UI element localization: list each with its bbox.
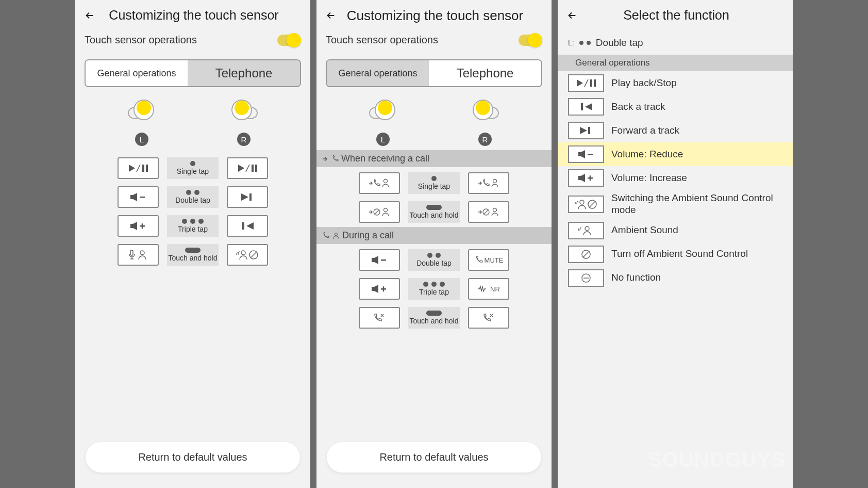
subheader: Touch sensor operations	[75, 31, 310, 50]
decline-call-icon	[477, 206, 500, 218]
func-no-function[interactable]: No function	[558, 266, 793, 290]
assign-l-double[interactable]	[118, 186, 159, 208]
list-section-header: General operations	[558, 55, 793, 71]
func-label: Back a track	[611, 101, 665, 113]
person-icon	[332, 232, 340, 240]
tab-telephone[interactable]: Telephone	[429, 60, 541, 86]
tab-general[interactable]: General operations	[86, 60, 188, 86]
assign-r-recv-single[interactable]	[468, 172, 509, 194]
back-button[interactable]	[322, 6, 340, 25]
svg-rect-38	[383, 286, 385, 291]
assign-l-hold[interactable]	[118, 244, 159, 266]
earbud-left-icon	[126, 97, 158, 126]
back-button[interactable]	[563, 6, 581, 25]
touch-sensor-label: Touch sensor operations	[85, 34, 197, 46]
earbud-left: L	[367, 97, 399, 146]
arrow-left-icon	[84, 10, 95, 21]
screen-select-function: Select the function L: Double tap Genera…	[558, 0, 793, 488]
volume-up-icon	[371, 284, 388, 294]
page-title: Customizing the touch sensor	[99, 7, 304, 23]
assign-r-recv-hold[interactable]	[468, 201, 509, 223]
func-ambient-sound[interactable]: Ambient Sound	[558, 219, 793, 242]
assign-r-dur-triple[interactable]: NR	[468, 278, 509, 300]
assign-r-dur-hold[interactable]	[468, 307, 509, 329]
return-defaults-button[interactable]: Return to default values	[327, 442, 541, 473]
volume-down-icon	[577, 150, 595, 159]
touch-sensor-toggle[interactable]	[277, 35, 300, 46]
double-tap-dots-icon	[579, 41, 591, 45]
gesture-label: Double tap	[175, 196, 210, 204]
earbud-right-icon	[469, 97, 501, 126]
assign-l-dur-double[interactable]	[359, 249, 400, 271]
svg-rect-34	[372, 258, 374, 262]
volume-down-icon	[129, 192, 147, 202]
gesture-touch-hold: Touch and hold	[408, 307, 460, 329]
svg-point-18	[140, 251, 144, 255]
next-track-icon	[579, 126, 593, 135]
svg-rect-6	[142, 165, 144, 172]
decline-call-icon	[368, 206, 391, 218]
tab-general[interactable]: General operations	[327, 60, 429, 86]
ambient-sound-icon	[577, 225, 595, 236]
func-ambient-off[interactable]: Turn off Ambient Sound Control	[558, 242, 793, 266]
touch-sensor-toggle[interactable]	[519, 35, 541, 46]
assign-l-single[interactable]	[118, 157, 159, 179]
func-label: Switching the Ambient Sound Control mode	[611, 192, 782, 216]
svg-point-5	[235, 101, 249, 115]
play-pause-icon	[576, 78, 596, 88]
svg-rect-43	[578, 152, 581, 156]
earbud-left: L	[126, 97, 158, 146]
back-button[interactable]	[80, 6, 99, 25]
touch-sensor-label: Touch sensor operations	[326, 34, 438, 46]
mute-text: MUTE	[485, 256, 504, 264]
func-volume-increase[interactable]: Volume: Increase	[558, 166, 793, 190]
gesture-touch-hold: Touch and hold	[408, 201, 460, 223]
assign-r-single[interactable]	[227, 157, 268, 179]
assign-r-double[interactable]	[227, 186, 268, 208]
svg-point-33	[335, 233, 337, 235]
func-ambient-switch[interactable]: Switching the Ambient Sound Control mode	[558, 190, 793, 219]
gesture-label: Triple tap	[419, 288, 449, 296]
answer-call-icon	[368, 177, 391, 189]
func-play-stop[interactable]: Play back/Stop	[558, 71, 793, 95]
toggle-knob	[287, 33, 301, 47]
bud-label-left: L	[135, 133, 148, 146]
earbud-right: R	[228, 97, 260, 146]
header: Customizing the touch sensor	[75, 0, 310, 31]
assign-l-recv-single[interactable]	[359, 172, 400, 194]
context-info: L: Double tap	[558, 31, 793, 55]
svg-point-23	[378, 101, 392, 115]
during-grid: Double tap MUTE Triple tap NR Touch and …	[316, 244, 552, 333]
ambient-off-icon	[236, 249, 259, 261]
tab-telephone[interactable]: Telephone	[188, 60, 300, 86]
assign-r-hold[interactable]	[227, 244, 268, 266]
nr-text: NR	[490, 285, 500, 293]
svg-rect-44	[588, 154, 593, 155]
svg-rect-13	[130, 224, 133, 228]
svg-point-19	[241, 251, 245, 255]
assign-l-triple[interactable]	[118, 215, 159, 237]
bud-label-left: L	[376, 133, 390, 146]
assign-l-dur-hold[interactable]	[359, 307, 400, 329]
svg-rect-45	[578, 176, 581, 180]
assign-r-dur-double[interactable]: MUTE	[468, 249, 509, 271]
bud-label-right: R	[237, 133, 251, 146]
func-forward-track[interactable]: Forward a track	[558, 119, 793, 142]
function-list: Play back/Stop Back a track Forward a tr…	[558, 71, 793, 290]
svg-rect-15	[142, 223, 143, 229]
svg-rect-35	[381, 259, 386, 261]
func-volume-reduce[interactable]: Volume: Reduce	[558, 142, 793, 166]
svg-point-32	[493, 208, 497, 212]
func-back-track[interactable]: Back a track	[558, 95, 793, 119]
gesture-label: Triple tap	[178, 225, 208, 233]
return-defaults-button[interactable]: Return to default values	[86, 442, 300, 473]
assign-l-recv-hold[interactable]	[359, 201, 400, 223]
assign-r-triple[interactable]	[227, 215, 268, 237]
gesture-label: Single tap	[418, 182, 450, 190]
tab-segmented-control: General operations Telephone	[326, 59, 542, 87]
assign-l-dur-triple[interactable]	[359, 278, 400, 300]
func-label: Volume: Reduce	[611, 149, 683, 160]
section-label: During a call	[342, 230, 394, 241]
svg-point-50	[585, 226, 589, 231]
gesture-triple-tap: Triple tap	[408, 278, 460, 300]
